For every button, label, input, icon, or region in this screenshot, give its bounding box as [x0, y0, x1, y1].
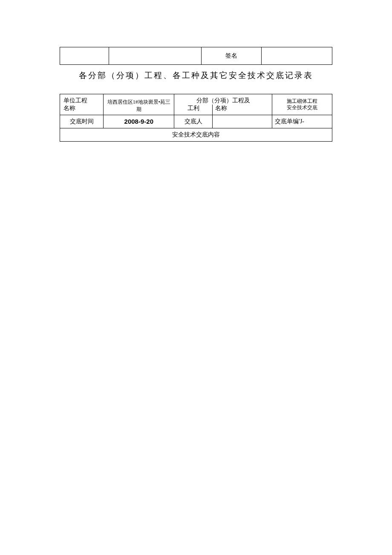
subproject-left-text: 工利 — [187, 105, 199, 111]
subproject-right-cell: 名称 — [212, 105, 272, 115]
unit-project-name-value: 培西居住区1#地块斑景•苑三期 — [104, 94, 174, 115]
disclosure-time-value: 2008-9-20 — [104, 115, 174, 128]
subproject-right-text: 名称 — [215, 105, 227, 111]
subproject-line1: 分部（分项）工程及 — [196, 97, 250, 104]
disclosure-time-label: 交底时间 — [60, 115, 104, 128]
construction-line2: 安全技术交底 — [274, 105, 330, 111]
unit-label-line2: 名称 — [63, 105, 101, 112]
content-heading: 安全技术交底内容 — [172, 131, 220, 138]
disclosure-person-label: 交底人 — [174, 115, 212, 128]
signature-label-cell: 签名 — [202, 47, 262, 65]
signature-label: 签名 — [225, 52, 237, 59]
top-cell-2 — [109, 47, 202, 65]
document-title: 各分部（分项）工程、各工种及其它安全技术交底记录表 — [60, 65, 332, 94]
subproject-label-top: 分部（分项）工程及 — [174, 94, 272, 105]
top-cell-1 — [60, 47, 109, 65]
disclosure-unit-label: 交底单编'J- — [272, 115, 332, 128]
main-record-table: 单位工程 名称 培西居住区1#地块斑景•苑三期 分部（分项）工程及 施工砌体工程… — [60, 94, 332, 142]
signature-value-cell — [261, 47, 332, 65]
construction-line1: 施工砌体工程 — [274, 98, 330, 105]
project-value-text: 培西居住区1#地块斑景•苑三期 — [107, 99, 170, 112]
construction-type-cell: 施工砌体工程 安全技术交底 — [272, 94, 332, 115]
unit-project-name-label: 单位工程 名称 — [60, 94, 104, 115]
unit-label-line1: 单位工程 — [63, 97, 101, 105]
subproject-left-cell: 工利 — [174, 105, 212, 115]
disclosure-person-value — [212, 115, 272, 128]
top-signature-table: 签名 — [60, 47, 332, 65]
content-heading-cell: 安全技术交底内容 — [60, 128, 332, 142]
